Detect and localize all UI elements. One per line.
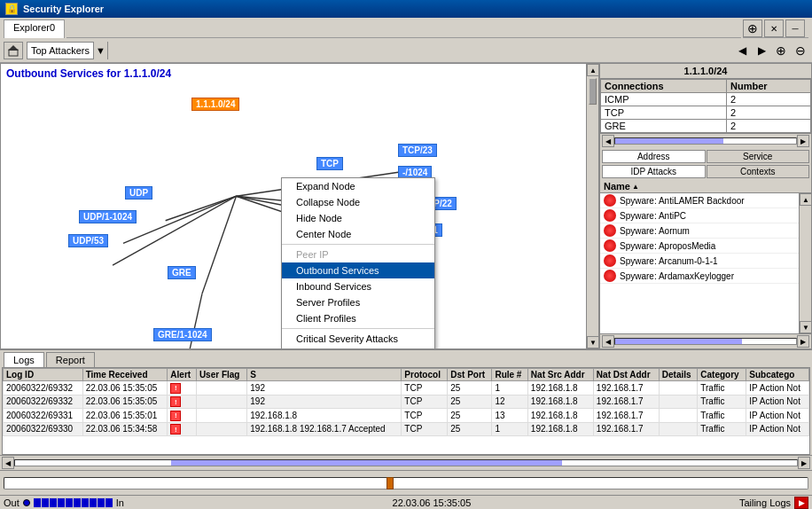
name-label: Name bbox=[604, 181, 630, 192]
menu-high-attacks[interactable]: High Severity Attacks bbox=[282, 347, 434, 349]
address-tab[interactable]: Address bbox=[602, 150, 706, 163]
menu-center-node[interactable]: Center Node bbox=[282, 226, 434, 242]
svg-line-7 bbox=[123, 196, 236, 243]
tailing-label: Tailing Logs bbox=[739, 497, 791, 508]
menu-outbound-services[interactable]: Outbound Services bbox=[282, 262, 434, 278]
node-tcp[interactable]: TCP bbox=[316, 157, 343, 170]
graph-title: Outbound Services for 1.1.1.0/24 bbox=[1, 64, 598, 83]
log-row: 20060322/69331 22.03.06 15:35:01 ! 192.1… bbox=[4, 409, 809, 423]
node-gre[interactable]: GRE bbox=[168, 266, 196, 279]
main-container: Explorer0 ⊕ ✕ ─ Top Attackers ▼ ◀ ▶ ⊕ ⊖ … bbox=[0, 18, 812, 509]
col-logid: Log ID bbox=[4, 369, 83, 381]
threats-scroll-down[interactable]: ▼ bbox=[800, 321, 811, 333]
nav-back-btn[interactable]: ◀ bbox=[734, 43, 750, 59]
threats-horiz-right[interactable]: ▶ bbox=[797, 335, 809, 348]
alert-icon: ! bbox=[170, 411, 181, 421]
threats-horiz-left[interactable]: ◀ bbox=[602, 335, 614, 348]
col-natsrc: Nat Src Addr bbox=[527, 369, 593, 381]
node-center[interactable]: 1.1.1.0/24 bbox=[191, 98, 239, 111]
table-row: ICMP 2 bbox=[601, 93, 811, 106]
out-indicator bbox=[23, 499, 30, 506]
threat-icon bbox=[604, 270, 616, 282]
contexts-tab[interactable]: Contexts bbox=[707, 165, 810, 178]
col-alert: Alert bbox=[168, 369, 197, 381]
threat-name: Spyware: AntiLAMER Backdoor bbox=[620, 196, 745, 206]
close-tab-btn[interactable]: ✕ bbox=[764, 20, 784, 37]
node-tcp23[interactable]: TCP/23 bbox=[398, 144, 437, 157]
title-bar: 🔒 Security Explorer bbox=[0, 0, 812, 18]
conn-tcp: TCP bbox=[601, 106, 727, 120]
service-tab[interactable]: Service bbox=[707, 150, 810, 163]
explorer-tab[interactable]: Explorer0 bbox=[4, 20, 65, 38]
menu-client-profiles[interactable]: Client Profiles bbox=[282, 310, 434, 326]
app-title: Security Explorer bbox=[23, 4, 807, 14]
horiz-scroll-right[interactable]: ▶ bbox=[797, 135, 809, 147]
horiz-scroll-left[interactable]: ◀ bbox=[602, 135, 614, 147]
threat-icon bbox=[604, 254, 616, 267]
threat-name: Spyware: ArdamaxKeylogger bbox=[620, 271, 734, 281]
alert-icon: ! bbox=[170, 424, 181, 435]
menu-inbound-services[interactable]: Inbound Services bbox=[282, 278, 434, 294]
threat-name: Spyware: AntiPC bbox=[620, 211, 686, 221]
menu-expand-node[interactable]: Expand Node bbox=[282, 178, 434, 194]
conn-header: Connections bbox=[601, 80, 727, 93]
col-natdst: Nat Dst Addr bbox=[593, 369, 659, 381]
alert-icon: ! bbox=[170, 383, 181, 394]
progress-seg bbox=[105, 498, 113, 507]
progress-seg bbox=[74, 498, 81, 507]
svg-line-9 bbox=[202, 196, 237, 294]
bottom-area: Logs Report Log ID Time Received Alert U… bbox=[0, 349, 812, 509]
progress-seg bbox=[34, 498, 41, 507]
log-scroll-left[interactable]: ◀ bbox=[2, 457, 14, 469]
number-header: Number bbox=[727, 80, 811, 93]
dropdown-arrow[interactable]: ▼ bbox=[93, 42, 107, 59]
threat-icon bbox=[604, 224, 616, 237]
threat-name: Spyware: Aornum bbox=[620, 226, 690, 236]
graph-scrollbar[interactable]: ▲ ▼ bbox=[586, 64, 598, 348]
progress-seg bbox=[66, 498, 73, 507]
scroll-up-btn[interactable]: ▲ bbox=[587, 64, 599, 76]
log-scroll-right[interactable]: ▶ bbox=[798, 457, 810, 469]
scroll-down-btn[interactable]: ▼ bbox=[587, 336, 599, 348]
threats-scroll-up[interactable]: ▲ bbox=[800, 193, 811, 206]
idp-attacks-tab[interactable]: IDP Attacks bbox=[602, 165, 706, 178]
threat-name: Spyware: Arcanum-0-1-1 bbox=[620, 256, 718, 266]
logs-tab[interactable]: Logs bbox=[4, 352, 44, 367]
right-panel-title: 1.1.1.0/24 bbox=[600, 64, 811, 79]
num-tcp: 2 bbox=[727, 106, 811, 120]
log-table-container: Log ID Time Received Alert User Flag S P… bbox=[2, 367, 810, 455]
out-label: Out bbox=[4, 497, 20, 508]
minimize-btn[interactable]: ─ bbox=[785, 20, 805, 37]
col-ruleno: Rule # bbox=[492, 369, 527, 381]
zoom-out-btn[interactable]: ⊖ bbox=[792, 43, 808, 59]
threats-list: Spyware: AntiLAMER Backdoor Spyware: Ant… bbox=[600, 193, 811, 333]
zoom-in-btn[interactable]: ⊕ bbox=[773, 43, 789, 59]
menu-critical-attacks[interactable]: Critical Severity Attacks bbox=[282, 331, 434, 347]
num-icmp: 2 bbox=[727, 93, 811, 106]
node-gre1024[interactable]: GRE/1-1024 bbox=[153, 328, 212, 341]
node-udp1024[interactable]: UDP/1-1024 bbox=[79, 210, 137, 223]
menu-sep1 bbox=[282, 244, 434, 245]
report-tab[interactable]: Report bbox=[46, 352, 95, 367]
log-tabs: Logs Report bbox=[0, 350, 812, 367]
nav-forward-btn[interactable]: ▶ bbox=[753, 43, 769, 59]
menu-collapse-node[interactable]: Collapse Node bbox=[282, 194, 434, 210]
toolbar: Top Attackers ▼ ◀ ▶ ⊕ ⊖ bbox=[0, 38, 812, 63]
in-label: In bbox=[116, 497, 124, 508]
new-tab-btn[interactable]: ⊕ bbox=[743, 20, 762, 37]
scroll-thumb[interactable] bbox=[589, 78, 597, 105]
scroll-track bbox=[587, 76, 598, 336]
menu-peer-ip: Peer IP bbox=[282, 247, 434, 262]
home-btn[interactable] bbox=[4, 42, 23, 59]
timestamp: 22.03.06 15:35:05 bbox=[128, 497, 736, 508]
menu-sep2 bbox=[282, 328, 434, 329]
tailing-icon: ▶ bbox=[794, 497, 808, 509]
node-udp[interactable]: UDP bbox=[125, 186, 152, 200]
view-dropdown[interactable]: Top Attackers ▼ bbox=[27, 42, 108, 59]
menu-server-profiles[interactable]: Server Profiles bbox=[282, 294, 434, 310]
log-row: 20060322/69332 22.03.06 15:35:05 ! 192 T… bbox=[4, 381, 809, 395]
threat-item: Spyware: ArdamaxKeylogger bbox=[600, 269, 811, 284]
menu-hide-node[interactable]: Hide Node bbox=[282, 210, 434, 226]
node-udp53[interactable]: UDP/53 bbox=[68, 234, 108, 247]
conn-icmp: ICMP bbox=[601, 93, 727, 106]
